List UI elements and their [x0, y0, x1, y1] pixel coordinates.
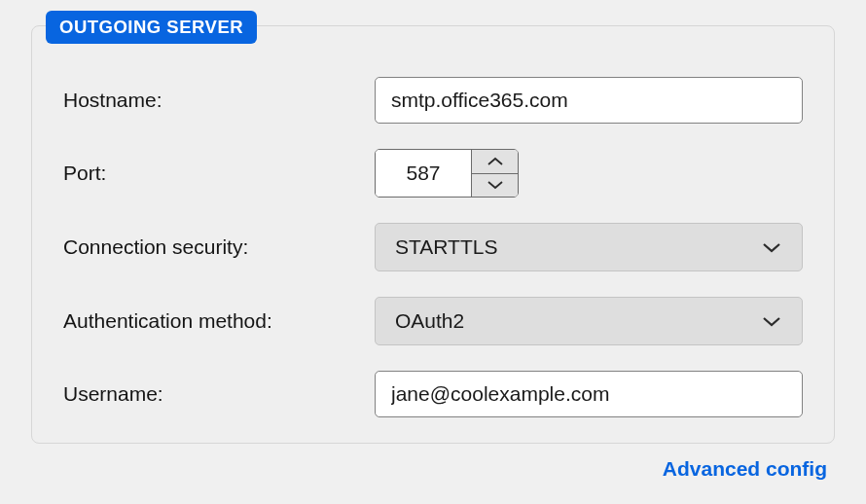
- hostname-label: Hostname:: [63, 89, 375, 112]
- security-label: Connection security:: [63, 235, 375, 259]
- port-step-up-button[interactable]: [472, 150, 518, 174]
- security-row: Connection security: STARTTLS: [63, 223, 803, 271]
- footer: Advanced config: [31, 444, 835, 481]
- auth-label: Authentication method:: [63, 309, 375, 333]
- chevron-down-icon: [761, 236, 782, 258]
- port-step-down-button[interactable]: [472, 174, 518, 198]
- username-label: Username:: [63, 382, 375, 406]
- security-select[interactable]: STARTTLS: [375, 223, 803, 271]
- chevron-down-icon: [761, 310, 782, 332]
- outgoing-server-legend: OUTGOING SERVER: [46, 11, 257, 44]
- auth-select-value: OAuth2: [395, 309, 464, 333]
- hostname-row: Hostname:: [63, 77, 803, 124]
- advanced-config-link[interactable]: Advanced config: [663, 457, 827, 480]
- chevron-up-icon: [487, 157, 504, 166]
- username-input[interactable]: [375, 371, 803, 417]
- security-select-value: STARTTLS: [395, 235, 497, 259]
- auth-row: Authentication method: OAuth2: [63, 297, 803, 345]
- chevron-down-icon: [487, 180, 504, 190]
- port-input[interactable]: [376, 150, 471, 197]
- port-stepper-buttons: [471, 150, 518, 197]
- outgoing-server-panel: OUTGOING SERVER Hostname: Port: Connecti…: [31, 25, 835, 444]
- auth-select[interactable]: OAuth2: [375, 297, 803, 345]
- username-row: Username:: [63, 371, 803, 417]
- port-row: Port:: [63, 149, 803, 198]
- hostname-input[interactable]: [375, 77, 803, 124]
- port-label: Port:: [63, 162, 375, 185]
- port-stepper: [375, 149, 519, 198]
